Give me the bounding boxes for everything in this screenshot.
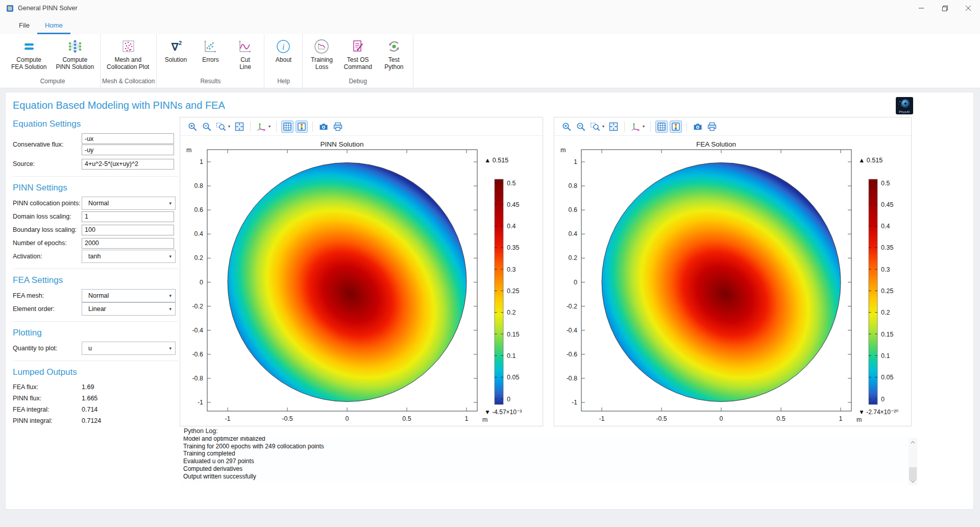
section-divider	[13, 176, 178, 177]
svg-text:-0.5: -0.5	[656, 415, 667, 422]
tab-file[interactable]: File	[11, 16, 37, 34]
element-order-label: Element order:	[13, 305, 82, 313]
fit-extents-icon[interactable]	[233, 121, 246, 133]
svg-text:0.5: 0.5	[881, 180, 890, 187]
print-icon[interactable]	[332, 121, 344, 133]
fea-flux-label: FEA flux:	[13, 384, 82, 391]
scroll-up-icon[interactable]	[909, 438, 917, 446]
minimize-button[interactable]	[910, 0, 933, 16]
ribbon-button-mesh-and-collocation-plot[interactable]: Mesh and Collocation Plot	[102, 38, 154, 70]
ribbon-group-help: iAboutHelp	[264, 34, 303, 88]
fea-mesh-label: FEA mesh:	[13, 292, 82, 299]
tab-home[interactable]: Home	[37, 16, 70, 34]
flux-y-input[interactable]	[82, 145, 174, 155]
cut-line-icon	[236, 38, 254, 55]
conservative-flux-label: Conservative flux:	[13, 141, 82, 148]
print-icon[interactable]	[706, 121, 718, 133]
zoom-box-icon[interactable]	[589, 121, 601, 133]
info-icon: i	[275, 38, 292, 55]
number-of-epochs-input[interactable]	[82, 238, 174, 249]
plot-canvas-fea-solution[interactable]: FEA Solution-1-0.500.5110.80.60.40.20-0.…	[554, 117, 912, 426]
close-button[interactable]	[957, 0, 980, 16]
quantity-to-plot-select[interactable]: u▾	[82, 342, 176, 355]
ribbon-button-solution[interactable]: ∇2Solution	[158, 38, 193, 63]
ribbon-group-label: Compute	[7, 76, 99, 88]
selected-value: Normal	[88, 292, 109, 299]
svg-text:0.4: 0.4	[881, 223, 890, 230]
snapshot-camera-icon[interactable]	[317, 121, 330, 133]
zoom-in-icon[interactable]	[560, 121, 573, 133]
colorbar-toggle-icon[interactable]	[670, 121, 682, 133]
zoom-in-icon[interactable]	[186, 121, 199, 133]
ribbon: Compute FEA SolutionCompute PiNN Solutio…	[0, 34, 980, 88]
ribbon-button-label: Compute FEA Solution	[11, 56, 46, 70]
svg-text:0.25: 0.25	[507, 288, 519, 295]
equation-settings-heading: Equation Settings	[13, 119, 178, 129]
ribbon-button-compute-fea-solution[interactable]: Compute FEA Solution	[7, 38, 51, 70]
svg-text:0.25: 0.25	[881, 288, 893, 295]
svg-text:0.4: 0.4	[194, 230, 203, 237]
selected-value: Linear	[88, 305, 106, 313]
source-row: Source:	[13, 158, 178, 170]
plot-canvas-pinn-solution[interactable]: PINN Solution-1-0.500.5110.80.60.40.20-0…	[180, 117, 543, 426]
logo-text: PhysAI	[896, 110, 913, 113]
ribbon-button-cut-line[interactable]: Cut Line	[228, 38, 262, 70]
zoom-out-icon[interactable]	[575, 121, 587, 133]
ribbon-button-test-python[interactable]: Test Python	[377, 38, 411, 70]
scroll-down-icon[interactable]	[909, 477, 917, 485]
ribbon-button-test-os-command[interactable]: Test OS Command	[339, 38, 376, 70]
svg-text:0: 0	[507, 396, 510, 403]
selected-value: tanh	[88, 253, 101, 260]
ribbon-button-training-loss[interactable]: Training Loss	[304, 38, 339, 70]
zoom-out-icon[interactable]	[201, 121, 213, 133]
flux-x-input[interactable]	[82, 133, 174, 144]
svg-text:0.35: 0.35	[881, 244, 893, 251]
restore-button[interactable]	[933, 0, 957, 16]
plot-title: PINN Solution	[321, 140, 364, 148]
training-loss-icon	[313, 38, 330, 55]
log-scrollbar[interactable]	[909, 438, 917, 485]
svg-text:0.6: 0.6	[194, 206, 203, 213]
setting-row-number-of-epochs: Number of epochs:	[13, 237, 178, 249]
svg-text:0.45: 0.45	[881, 201, 893, 208]
activation-select[interactable]: tanh▾	[82, 250, 176, 263]
fea-mesh-select[interactable]: Normal▾	[82, 289, 176, 302]
equals-icon	[20, 38, 38, 55]
snapshot-camera-icon[interactable]	[692, 121, 704, 133]
zoom-box-icon[interactable]	[215, 121, 227, 133]
pinn-collocation-points-label: PINN collocation points:	[13, 200, 82, 207]
ribbon-button-compute-pinn-solution[interactable]: Compute PiNN Solution	[51, 38, 99, 70]
ribbon-button-label: Cut Line	[239, 56, 251, 70]
svg-text:0.3: 0.3	[507, 266, 516, 273]
ribbon-button-errors[interactable]: Errors	[193, 38, 228, 63]
chevron-down-icon: ▾	[602, 124, 604, 129]
pinn-flux-value: 1.665	[82, 395, 97, 402]
axes-orientation-icon[interactable]	[255, 121, 267, 133]
grid-toggle-icon[interactable]	[655, 121, 668, 133]
domain-loss-scaling-input[interactable]	[82, 211, 174, 222]
window-controls	[910, 0, 980, 16]
pinn-plot-panel: ▾▾PINN Solution-1-0.500.5110.80.60.40.20…	[180, 117, 543, 426]
nabla2-icon: ∇2	[167, 38, 184, 55]
colorbar-min-label: ▼ -2.74×10⁻²⁰	[859, 409, 898, 416]
source-input[interactable]	[82, 159, 174, 170]
equation-settings-section: Equation Settings Conservative flux: Sou…	[13, 119, 178, 170]
fea-settings-section: FEA Settings FEA mesh:Normal▾Element ord…	[13, 275, 178, 315]
svg-text:0.2: 0.2	[881, 309, 890, 316]
fit-extents-icon[interactable]	[607, 121, 620, 133]
grid-toggle-icon[interactable]	[281, 121, 293, 133]
pinn-collocation-points-select[interactable]: Normal▾	[82, 197, 176, 210]
ribbon-button-about[interactable]: iAbout	[266, 38, 301, 63]
svg-text:0.05: 0.05	[881, 374, 893, 381]
axes-orientation-icon[interactable]	[629, 121, 642, 133]
element-order-select[interactable]: Linear▾	[82, 302, 176, 316]
svg-text:0.15: 0.15	[881, 331, 893, 338]
colorbar-toggle-icon[interactable]	[296, 121, 308, 133]
boundary-loss-scaling-input[interactable]	[82, 225, 174, 235]
log-line: Training completed	[183, 450, 904, 458]
pinn-integral-value: 0.7124	[82, 417, 101, 424]
plot-toolbar: ▾▾	[554, 117, 911, 136]
setting-row-activation: Activation:tanh▾	[13, 250, 178, 262]
svg-text:-1: -1	[225, 415, 230, 422]
ribbon-button-label: Compute PiNN Solution	[56, 56, 94, 70]
